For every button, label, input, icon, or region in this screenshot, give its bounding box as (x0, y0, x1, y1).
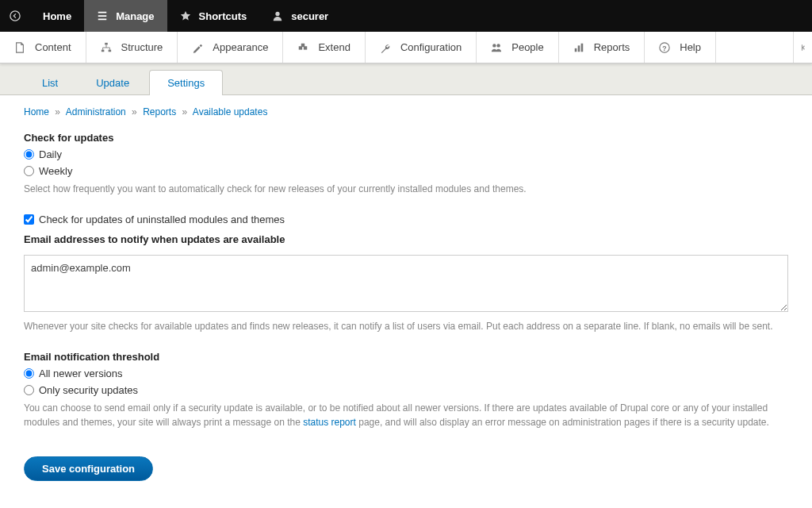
tab-settings[interactable]: Settings (149, 70, 223, 95)
appearance-icon (192, 42, 203, 53)
menu-content[interactable]: Content (0, 32, 86, 63)
svg-point-9 (497, 44, 500, 47)
menu-reports-label: Reports (594, 41, 630, 53)
svg-text:?: ? (663, 44, 667, 52)
breadcrumb: Home » Administration » Reports » Availa… (24, 106, 788, 117)
menu-help-label: Help (680, 41, 701, 53)
tabs-bar: List Update Settings (0, 64, 812, 95)
svg-rect-4 (108, 49, 111, 52)
menu-content-label: Content (35, 41, 71, 53)
svg-point-8 (492, 44, 496, 47)
main-content: Home » Administration » Reports » Availa… (0, 95, 812, 492)
collapse-toggle[interactable] (793, 32, 812, 63)
svg-rect-3 (101, 49, 104, 52)
shortcuts-button[interactable]: Shortcuts (167, 0, 260, 32)
content-icon (14, 42, 25, 53)
menu-appearance[interactable]: Appearance (178, 32, 283, 63)
threshold-security-label: Only security updates (39, 384, 138, 396)
tab-list[interactable]: List (24, 70, 76, 95)
check-updates-label: Check for updates (24, 132, 788, 144)
configuration-icon (380, 42, 391, 53)
people-icon (491, 42, 502, 53)
threshold-all-label: All newer versions (39, 368, 123, 379)
check-uninstalled-checkbox[interactable] (24, 214, 34, 225)
threshold-security-radio[interactable] (24, 385, 34, 395)
threshold-label: Email notification threshold (24, 351, 788, 363)
home-button[interactable]: Home (30, 0, 84, 32)
menu-help[interactable]: ? Help (645, 32, 716, 63)
tab-update[interactable]: Update (78, 70, 147, 95)
weekly-radio[interactable] (24, 166, 34, 176)
menu-people[interactable]: People (477, 32, 558, 63)
breadcrumb-available-updates[interactable]: Available updates (193, 106, 268, 117)
svg-rect-7 (301, 43, 304, 46)
collapse-icon (799, 43, 808, 52)
menu-extend-label: Extend (318, 41, 350, 53)
svg-rect-11 (577, 45, 580, 52)
extend-icon (297, 42, 308, 53)
reports-icon (573, 42, 584, 53)
breadcrumb-administration[interactable]: Administration (66, 106, 126, 117)
help-icon: ? (659, 42, 670, 53)
emails-label: Email addresses to notify when updates a… (24, 233, 788, 245)
svg-point-0 (10, 11, 20, 21)
manage-label: Manage (116, 10, 154, 22)
back-button[interactable] (0, 0, 30, 32)
structure-icon (101, 42, 112, 53)
breadcrumb-reports[interactable]: Reports (143, 106, 176, 117)
svg-rect-12 (580, 43, 583, 52)
star-icon (180, 10, 191, 21)
back-icon (10, 10, 21, 21)
check-help: Select how frequently you want to automa… (24, 182, 788, 196)
emails-textarea[interactable] (24, 255, 788, 312)
hamburger-icon (97, 10, 108, 21)
user-label: securer (291, 10, 328, 22)
daily-label: Daily (39, 148, 62, 160)
threshold-all-radio[interactable] (24, 368, 34, 379)
user-icon (272, 10, 283, 21)
daily-radio[interactable] (24, 149, 34, 160)
breadcrumb-home[interactable]: Home (24, 106, 49, 117)
home-label: Home (43, 10, 71, 22)
emails-help: Whenever your site checks for available … (24, 319, 788, 333)
admin-menu: Content Structure Appearance Extend Conf… (0, 32, 812, 64)
menu-configuration-label: Configuration (400, 41, 462, 53)
manage-button[interactable]: Manage (84, 0, 167, 32)
save-button[interactable]: Save configuration (24, 456, 153, 481)
menu-people-label: People (511, 41, 543, 53)
menu-configuration[interactable]: Configuration (366, 32, 477, 63)
svg-rect-2 (105, 42, 108, 44)
menu-structure-label: Structure (121, 41, 163, 53)
top-toolbar: Home Manage Shortcuts securer (0, 0, 812, 32)
check-uninstalled-label: Check for updates of uninstalled modules… (39, 214, 285, 225)
svg-point-1 (276, 12, 280, 16)
menu-appearance-label: Appearance (213, 41, 268, 53)
user-button[interactable]: securer (259, 0, 341, 32)
shortcuts-label: Shortcuts (199, 10, 247, 22)
status-report-link[interactable]: status report (303, 417, 356, 428)
menu-reports[interactable]: Reports (559, 32, 645, 63)
svg-rect-10 (574, 48, 576, 51)
weekly-label: Weekly (39, 165, 72, 177)
threshold-help: You can choose to send email only if a s… (24, 401, 788, 429)
menu-extend[interactable]: Extend (283, 32, 365, 63)
menu-structure[interactable]: Structure (86, 32, 178, 63)
